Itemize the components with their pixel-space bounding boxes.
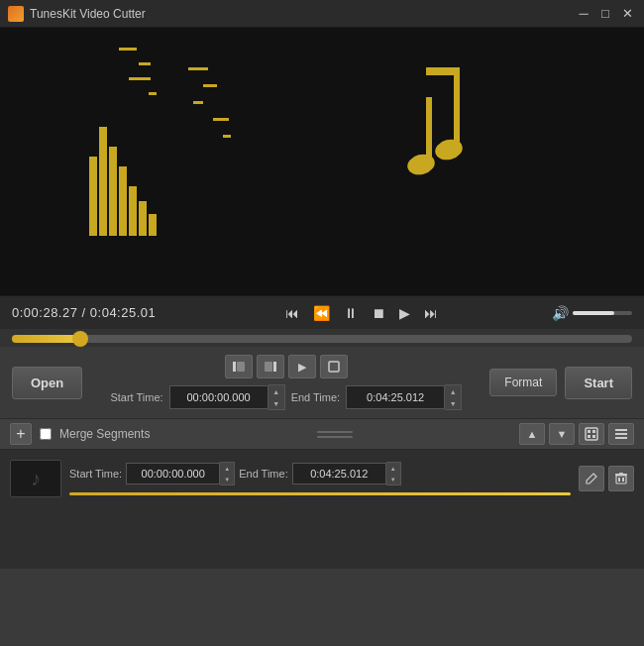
svg-rect-9 bbox=[329, 362, 339, 372]
eq-bar bbox=[129, 186, 137, 236]
pause-button[interactable]: ⏸ bbox=[340, 303, 362, 323]
time-controls: ▶ Start Time: ▲ ▼ End Time: bbox=[90, 355, 482, 410]
eq-bar bbox=[109, 147, 117, 236]
seg-start-up[interactable]: ▲ bbox=[220, 463, 234, 474]
svg-point-4 bbox=[433, 137, 465, 163]
svg-rect-6 bbox=[237, 362, 245, 372]
open-button[interactable]: Open bbox=[12, 367, 82, 399]
seg-end-up[interactable]: ▲ bbox=[386, 463, 400, 474]
svg-rect-2 bbox=[426, 67, 460, 75]
svg-rect-22 bbox=[619, 473, 623, 475]
svg-rect-18 bbox=[616, 476, 626, 484]
end-time-down[interactable]: ▼ bbox=[445, 397, 461, 409]
svg-rect-11 bbox=[588, 430, 590, 433]
seg-end-input-group: ▲ ▼ bbox=[292, 462, 401, 485]
svg-rect-5 bbox=[233, 362, 236, 372]
seek-area[interactable] bbox=[0, 329, 644, 347]
drag-lines bbox=[317, 431, 353, 438]
svg-rect-17 bbox=[615, 437, 627, 439]
start-time-input[interactable] bbox=[169, 385, 268, 409]
seg-start-down[interactable]: ▼ bbox=[220, 474, 234, 484]
segment-action-buttons bbox=[579, 466, 634, 491]
clip-start-button[interactable] bbox=[225, 355, 253, 378]
edit-segment-button[interactable] bbox=[579, 466, 604, 491]
seg-end-down[interactable]: ▼ bbox=[386, 474, 400, 484]
merge-label: Merge Segments bbox=[59, 427, 150, 441]
svg-rect-16 bbox=[615, 433, 627, 435]
segment-thumbnail: ♪ bbox=[10, 460, 61, 497]
skip-back-button[interactable]: ⏮ bbox=[281, 303, 303, 323]
playback-controls: ⏮ ⏪ ⏸ ⏹ ▶ ⏭ bbox=[170, 303, 552, 323]
volume-area: 🔊 bbox=[552, 305, 632, 321]
eq-bar bbox=[119, 166, 127, 236]
segments-header: + Merge Segments ▲ ▼ bbox=[0, 418, 644, 450]
eq-bar bbox=[139, 201, 147, 236]
svg-rect-0 bbox=[454, 67, 460, 147]
svg-rect-15 bbox=[615, 429, 627, 431]
fast-forward-button[interactable]: ⏭ bbox=[420, 303, 442, 323]
svg-rect-19 bbox=[618, 478, 620, 482]
end-time-input-group: ▲ ▼ bbox=[346, 384, 462, 410]
seek-track[interactable] bbox=[12, 335, 632, 343]
seg-start-input-group: ▲ ▼ bbox=[126, 462, 235, 485]
play-button[interactable]: ▶ bbox=[395, 303, 414, 323]
seg-end-spinners: ▲ ▼ bbox=[386, 462, 401, 485]
seek-thumb[interactable] bbox=[72, 331, 88, 347]
seek-progress bbox=[12, 335, 80, 343]
drag-line bbox=[317, 436, 353, 438]
svg-rect-13 bbox=[588, 435, 590, 438]
svg-point-3 bbox=[405, 152, 437, 178]
svg-rect-12 bbox=[592, 430, 595, 433]
seg-end-input[interactable] bbox=[292, 463, 386, 484]
close-button[interactable]: ✕ bbox=[618, 5, 636, 23]
start-time-label: Start Time: bbox=[110, 391, 162, 403]
start-button[interactable]: Start bbox=[565, 367, 632, 399]
end-time-up[interactable]: ▲ bbox=[445, 385, 461, 397]
eq-bar bbox=[99, 127, 107, 236]
preview-button[interactable]: ▶ bbox=[288, 355, 316, 378]
maximize-button[interactable]: □ bbox=[596, 5, 614, 23]
svg-rect-1 bbox=[426, 97, 432, 162]
controls-row: Open ▶ Start Time: bbox=[0, 347, 644, 418]
seg-end-label: End Time: bbox=[239, 468, 288, 480]
svg-rect-7 bbox=[273, 362, 276, 372]
segment-time-row: Start Time: ▲ ▼ End Time: ▲ ▼ bbox=[69, 462, 571, 485]
volume-slider[interactable] bbox=[573, 311, 632, 315]
step-back-button[interactable]: ⏪ bbox=[309, 303, 334, 323]
seg-start-spinners: ▲ ▼ bbox=[220, 462, 235, 485]
start-time-down[interactable]: ▼ bbox=[268, 397, 284, 409]
start-time-up[interactable]: ▲ bbox=[268, 385, 284, 397]
format-button[interactable]: Format bbox=[489, 369, 557, 396]
minimize-button[interactable]: ─ bbox=[575, 5, 592, 23]
segment-tools: ▲ ▼ bbox=[519, 423, 634, 445]
start-time-input-group: ▲ ▼ bbox=[169, 384, 285, 410]
scatter-dots-2 bbox=[188, 67, 231, 138]
list-view-button[interactable] bbox=[608, 423, 634, 445]
segment-list: ♪ Start Time: ▲ ▼ End Time: ▲ ▼ bbox=[0, 450, 644, 569]
add-segment-button[interactable] bbox=[320, 355, 348, 378]
thumbnail-view-button[interactable] bbox=[579, 423, 604, 445]
svg-rect-20 bbox=[622, 478, 624, 482]
delete-segment-button[interactable] bbox=[608, 466, 634, 491]
merge-checkbox[interactable] bbox=[40, 428, 52, 440]
eq-bar bbox=[89, 157, 97, 236]
svg-rect-14 bbox=[592, 435, 595, 438]
move-down-button[interactable]: ▼ bbox=[549, 423, 575, 445]
volume-fill bbox=[573, 311, 614, 315]
clip-end-button[interactable] bbox=[257, 355, 284, 378]
add-segment-button[interactable]: + bbox=[10, 423, 32, 445]
segment-item: ♪ Start Time: ▲ ▼ End Time: ▲ ▼ bbox=[10, 456, 634, 501]
drag-line bbox=[317, 431, 353, 433]
window-controls: ─ □ ✕ bbox=[575, 5, 636, 23]
end-time-input[interactable] bbox=[346, 385, 445, 409]
status-bar: 0:00:28.27 / 0:04:25.01 ⏮ ⏪ ⏸ ⏹ ▶ ⏭ 🔊 bbox=[0, 295, 644, 329]
move-up-button[interactable]: ▲ bbox=[519, 423, 545, 445]
stop-button[interactable]: ⏹ bbox=[368, 303, 389, 323]
current-time: 0:00:28.27 bbox=[12, 305, 77, 320]
volume-icon: 🔊 bbox=[552, 305, 569, 321]
end-time-label: End Time: bbox=[291, 391, 341, 403]
music-note-icon bbox=[376, 57, 505, 189]
svg-rect-10 bbox=[586, 428, 597, 440]
drag-handle bbox=[158, 431, 511, 438]
seg-start-input[interactable] bbox=[126, 463, 220, 484]
